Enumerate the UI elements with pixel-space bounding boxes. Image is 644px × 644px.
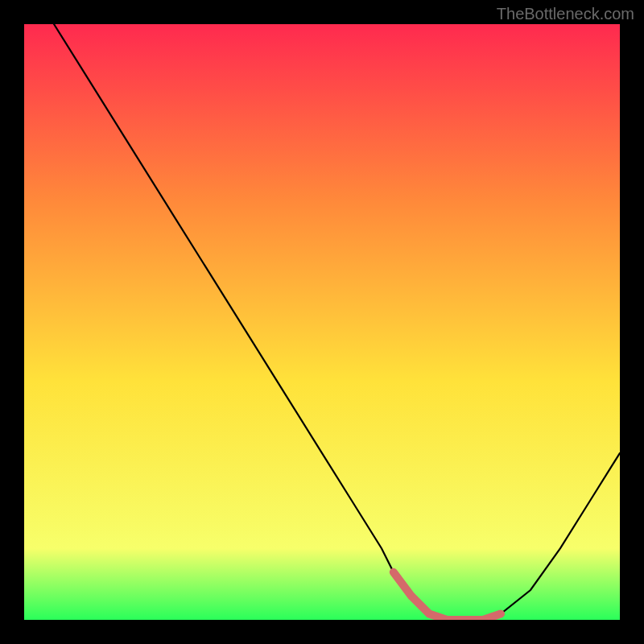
chart-svg [24,24,620,620]
chart-frame [24,24,620,620]
gradient-background [24,24,620,620]
attribution-text: TheBottleneck.com [497,5,634,23]
